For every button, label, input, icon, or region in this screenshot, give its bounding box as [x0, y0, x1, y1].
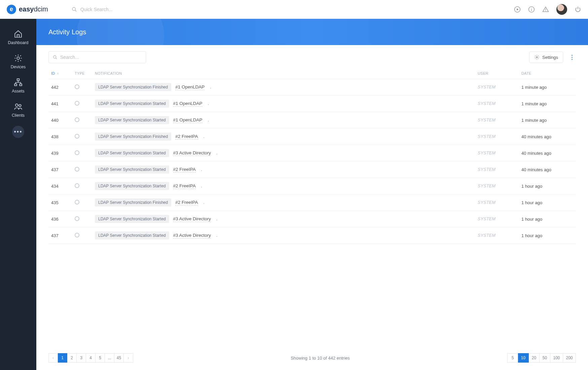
- settings-button[interactable]: Settings: [529, 51, 563, 63]
- more-button[interactable]: •••: [12, 126, 24, 138]
- page-size-100[interactable]: 100: [550, 353, 563, 363]
- sidebar-item-clients[interactable]: Clients: [0, 98, 36, 122]
- table-search-input[interactable]: [60, 54, 142, 60]
- table-row[interactable]: 441LDAP Server Synchronization Started#1…: [48, 96, 576, 112]
- cell-date: 1 hour ago: [519, 194, 576, 211]
- page-next[interactable]: ›: [124, 353, 133, 363]
- search-icon: [53, 55, 58, 60]
- notification-link[interactable]: #3 Active Directory: [173, 150, 211, 156]
- table-row[interactable]: 437LDAP Server Synchronization Started#2…: [48, 161, 576, 178]
- cell-notification: LDAP Server Synchronization Started#1 Op…: [92, 112, 475, 128]
- page-size-200[interactable]: 200: [563, 353, 576, 363]
- page-size-10[interactable]: 10: [518, 353, 529, 363]
- notification-link[interactable]: #1 OpenLDAP: [173, 101, 203, 107]
- svg-point-8: [545, 10, 546, 11]
- svg-point-0: [72, 7, 75, 10]
- cell-date: 40 minutes ago: [519, 145, 576, 161]
- cell-notification: LDAP Server Synchronization Started#3 Ac…: [92, 211, 475, 227]
- cell-user: SYSTEM: [475, 79, 519, 96]
- cell-type: [72, 227, 92, 244]
- notification-link[interactable]: #2 FreeIPA: [175, 134, 198, 140]
- quick-search-input[interactable]: [80, 7, 164, 12]
- page-...[interactable]: ...: [105, 353, 114, 363]
- page-5[interactable]: 5: [96, 353, 105, 363]
- network-icon: [14, 78, 23, 87]
- table-search-wrap[interactable]: [48, 51, 146, 63]
- sidebar-item-dashboard[interactable]: Dashboard: [0, 25, 36, 49]
- page-size-5[interactable]: 5: [507, 353, 518, 363]
- col-header-type[interactable]: TYPE: [72, 68, 92, 79]
- cell-notification: LDAP Server Synchronization Started#1 Op…: [92, 96, 475, 112]
- info-icon[interactable]: [528, 6, 535, 13]
- users-icon: [14, 102, 23, 111]
- col-header-notification[interactable]: NOTIFICATION: [92, 68, 475, 79]
- search-icon: [72, 7, 77, 12]
- alert-icon[interactable]: [542, 6, 549, 13]
- table-row[interactable]: 434LDAP Server Synchronization Started#2…: [48, 178, 576, 194]
- type-circle-icon: [75, 233, 79, 237]
- cell-type: [72, 128, 92, 145]
- notification-link[interactable]: #3 Active Directory: [173, 216, 211, 222]
- page-title: Activity Logs: [48, 28, 86, 36]
- svg-point-16: [53, 56, 56, 58]
- notification-dot-icon: .: [204, 200, 205, 205]
- quick-search-wrap[interactable]: [72, 7, 164, 12]
- cell-id: 438: [48, 128, 72, 145]
- cell-date: 1 hour ago: [519, 227, 576, 244]
- cell-user: SYSTEM: [475, 161, 519, 178]
- pagination: ‹12345...45›: [48, 353, 133, 363]
- page-size-selector: 5102050100200: [507, 353, 576, 363]
- page-prev[interactable]: ‹: [48, 353, 58, 363]
- type-circle-icon: [75, 134, 79, 139]
- table-row[interactable]: 436LDAP Server Synchronization Started#3…: [48, 211, 576, 227]
- cell-user: SYSTEM: [475, 96, 519, 112]
- notification-dot-icon: .: [210, 85, 211, 89]
- notification-link[interactable]: #2 FreeIPA: [175, 200, 198, 206]
- cell-notification: LDAP Server Synchronization Started#2 Fr…: [92, 161, 475, 178]
- notification-tag: LDAP Server Synchronization Started: [95, 182, 169, 190]
- play-icon[interactable]: [514, 6, 521, 13]
- sidebar: Dashboard Devices Assets Clients •••: [0, 19, 36, 370]
- table-row[interactable]: 435LDAP Server Synchronization Finished#…: [48, 194, 576, 211]
- cell-id: 440: [48, 112, 72, 128]
- col-header-id[interactable]: ID↑: [48, 68, 72, 79]
- cell-type: [72, 194, 92, 211]
- col-header-user[interactable]: USER: [475, 68, 519, 79]
- page-size-20[interactable]: 20: [529, 353, 540, 363]
- page-header: Activity Logs: [36, 19, 588, 45]
- power-icon[interactable]: [575, 6, 581, 13]
- sidebar-item-label: Dashboard: [8, 40, 28, 45]
- type-circle-icon: [75, 84, 79, 89]
- notification-link[interactable]: #1 OpenLDAP: [173, 117, 203, 123]
- kebab-menu[interactable]: [568, 55, 576, 60]
- table-row[interactable]: 438LDAP Server Synchronization Finished#…: [48, 128, 576, 145]
- cell-type: [72, 96, 92, 112]
- table-row[interactable]: 439LDAP Server Synchronization Started#3…: [48, 145, 576, 161]
- sidebar-item-assets[interactable]: Assets: [0, 73, 36, 98]
- svg-point-6: [531, 8, 532, 8]
- avatar[interactable]: [556, 4, 567, 15]
- table-row[interactable]: 440LDAP Server Synchronization Started#1…: [48, 112, 576, 128]
- cell-type: [72, 145, 92, 161]
- notification-link[interactable]: #2 FreeIPA: [173, 167, 196, 173]
- logo-mark-icon: e: [7, 5, 16, 14]
- notification-link[interactable]: #3 Active Directory: [173, 233, 211, 238]
- table-row[interactable]: 442LDAP Server Synchronization Finished#…: [48, 79, 576, 96]
- page-45[interactable]: 45: [114, 353, 124, 363]
- logo[interactable]: e easydcim: [7, 5, 48, 14]
- notification-link[interactable]: #2 FreeIPA: [173, 183, 196, 189]
- svg-rect-13: [20, 84, 22, 85]
- page-2[interactable]: 2: [67, 353, 77, 363]
- page-1[interactable]: 1: [58, 353, 67, 363]
- cell-id: 439: [48, 145, 72, 161]
- cell-date: 1 hour ago: [519, 211, 576, 227]
- table-row[interactable]: 437LDAP Server Synchronization Started#3…: [48, 227, 576, 244]
- page-3[interactable]: 3: [77, 353, 86, 363]
- sidebar-item-devices[interactable]: Devices: [0, 49, 36, 73]
- cell-notification: LDAP Server Synchronization Finished#2 F…: [92, 194, 475, 211]
- col-header-date[interactable]: DATE: [519, 68, 576, 79]
- svg-line-17: [56, 58, 57, 59]
- notification-link[interactable]: #1 OpenLDAP: [175, 84, 205, 90]
- page-4[interactable]: 4: [86, 353, 96, 363]
- page-size-50[interactable]: 50: [540, 353, 550, 363]
